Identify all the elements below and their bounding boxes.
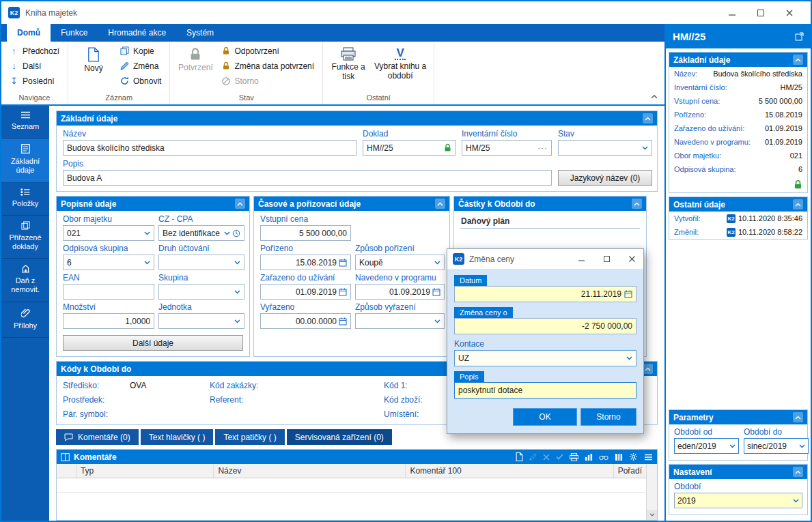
popis-field[interactable]: Budova A [63, 170, 552, 186]
vyrazeno-field[interactable]: 00.00.0000 [260, 313, 351, 329]
navedeno-field[interactable]: 01.09.2019 [355, 284, 445, 300]
collapse-section-button[interactable] [793, 199, 803, 209]
vybrat-knihu-button[interactable]: V Vybrat knihu a období [372, 44, 429, 91]
ribbon-tab-funkce[interactable]: Funkce [51, 24, 98, 42]
sidebar-item-dan-z-nemovitosti[interactable]: Daň z nemovit. [1, 259, 49, 302]
obdobi-field[interactable]: 2019 [674, 493, 802, 508]
sidebar-item-prirazene-doklady[interactable]: Přiřazené doklady [1, 216, 49, 259]
menu-icon[interactable] [644, 454, 653, 461]
obdobi-od-field[interactable]: eden/2019 [674, 438, 739, 454]
chevron-down-icon[interactable] [234, 290, 240, 294]
collapse-section-button[interactable] [632, 199, 642, 209]
print-icon[interactable] [570, 453, 578, 461]
datum-field[interactable]: 21.11.2019 [454, 286, 636, 302]
funkce-a-tisk-button[interactable]: Funkce a tisk [328, 44, 369, 91]
collapse-ribbon-button[interactable] [651, 94, 658, 99]
tab-servisovana-zarizeni[interactable]: Servisovaná zařízení (0) [287, 429, 392, 445]
referent-field[interactable]: Referent: [210, 395, 384, 405]
calendar-icon[interactable] [339, 288, 347, 296]
dialog-maximize-button[interactable] [596, 251, 617, 267]
chevron-down-icon[interactable] [144, 261, 150, 265]
zpusob-vyrazeni-field[interactable] [355, 313, 445, 329]
novy-button[interactable]: Nový [73, 44, 114, 91]
obor-majetku-field[interactable]: 021 [63, 225, 154, 241]
nazev-field[interactable]: Budova školícího střediska [63, 140, 356, 156]
storno-button[interactable]: Storno [580, 408, 636, 426]
chevron-down-icon[interactable] [234, 261, 240, 265]
jazykovy-nazev-button[interactable]: Jazykový název (0) [558, 170, 652, 186]
obnovit-button[interactable]: Obnovit [117, 74, 165, 88]
kontace-field[interactable]: UZ [454, 350, 636, 366]
inventarni-cislo-field[interactable]: HM/25 ··· [462, 140, 552, 156]
cz-cpa-field[interactable]: Bez identifikace [158, 225, 244, 241]
odpotvrzeni-button[interactable]: Odpotvrzení [219, 44, 318, 58]
kopie-button[interactable]: Kopie [117, 44, 165, 58]
zarazeno-field[interactable]: 01.09.2019 [260, 284, 351, 300]
sidebar-item-polozky[interactable]: Položky [1, 183, 49, 216]
mnozstvi-field[interactable]: 1,0000 [63, 313, 154, 329]
ok-button[interactable]: OK [513, 408, 577, 426]
gear-icon[interactable] [629, 452, 638, 461]
ribbon-tab-hromadne-akce[interactable]: Hromadné akce [98, 24, 176, 42]
prostredek-field[interactable]: Prostředek: [63, 395, 210, 405]
collapse-section-button[interactable] [793, 467, 803, 477]
porizeno-field[interactable]: 15.08.2019 [260, 255, 351, 270]
collapse-section-button[interactable] [643, 364, 653, 374]
tab-text-paticky[interactable]: Text patičky ( ) [215, 429, 284, 445]
druh-uctovani-field[interactable] [158, 255, 244, 270]
collapse-section-button[interactable] [793, 412, 803, 422]
par-symbol-field[interactable]: Pár. symbol: [63, 409, 210, 419]
col-komentar[interactable]: Komentář 100 [406, 464, 613, 478]
predchozi-button[interactable]: ↑ Předchozí [6, 44, 63, 58]
collapse-section-button[interactable] [793, 55, 803, 65]
tab-text-hlavicky[interactable]: Text hlavičky ( ) [141, 429, 214, 445]
chevron-down-icon[interactable] [729, 444, 736, 448]
dalsi-udaje-button[interactable]: Další údaje [63, 335, 243, 351]
chevron-down-icon[interactable] [626, 356, 632, 360]
more-icon[interactable]: ··· [537, 143, 548, 153]
chevron-down-icon[interactable] [434, 319, 440, 323]
kod-zakazky-field[interactable]: Kód zakázky: [210, 381, 384, 390]
collapse-section-button[interactable] [643, 113, 653, 124]
col-nazev[interactable]: Název [214, 464, 406, 478]
chevron-down-icon[interactable] [434, 261, 440, 265]
posledni-button[interactable]: ↧ Poslední [6, 74, 63, 88]
chevron-down-icon[interactable] [642, 146, 648, 150]
search-icon[interactable] [599, 454, 608, 461]
clock-icon[interactable] [232, 229, 240, 237]
vstupni-cena-field[interactable]: 5 500 000,00 [260, 225, 351, 241]
sidebar-item-seznam[interactable]: Seznam [1, 106, 49, 139]
zmena-button[interactable]: Změna [117, 59, 165, 73]
zmena-data-potvrzeni-button[interactable]: Změna data potvrzení [219, 59, 318, 73]
chevron-down-icon[interactable] [144, 231, 150, 235]
close-button[interactable] [775, 4, 804, 22]
columns-icon[interactable] [615, 453, 623, 461]
dialog-close-button[interactable] [621, 251, 642, 267]
jednotka-field[interactable] [158, 313, 244, 329]
ean-field[interactable] [63, 284, 154, 300]
table-row[interactable] [57, 478, 646, 493]
stredisko-field[interactable]: Středisko:OVA [63, 381, 210, 390]
collapse-section-button[interactable] [235, 199, 245, 209]
col-poradi[interactable]: Pořadí [614, 464, 646, 478]
chevron-down-icon[interactable] [799, 444, 805, 448]
col-typ[interactable]: Typ [76, 464, 214, 478]
chart-icon[interactable] [585, 453, 593, 461]
doklad-field[interactable]: HM//25 [363, 140, 456, 156]
ribbon-tab-system[interactable]: Systém [176, 24, 224, 42]
collapse-section-button[interactable] [435, 199, 445, 209]
calendar-icon[interactable] [339, 259, 347, 267]
ribbon-tab-domu[interactable]: Domů [7, 24, 51, 42]
zpusob-porizeni-field[interactable]: Koupě [355, 255, 445, 270]
chevron-down-icon[interactable] [224, 231, 230, 235]
open-in-window-icon[interactable] [795, 32, 804, 41]
scroll-down-button[interactable] [647, 510, 657, 520]
new-document-icon[interactable] [516, 452, 523, 461]
stav-field[interactable] [558, 140, 652, 156]
chevron-down-icon[interactable] [234, 319, 240, 323]
chevron-down-icon[interactable] [793, 499, 799, 503]
obdobi-do-field[interactable]: sinec/2019 [744, 438, 809, 454]
calendar-icon[interactable] [624, 290, 632, 298]
sidebar-item-prilohy[interactable]: Přílohy [1, 302, 49, 338]
zmena-ceny-o-field[interactable]: -2 750 000,00 [454, 318, 636, 334]
